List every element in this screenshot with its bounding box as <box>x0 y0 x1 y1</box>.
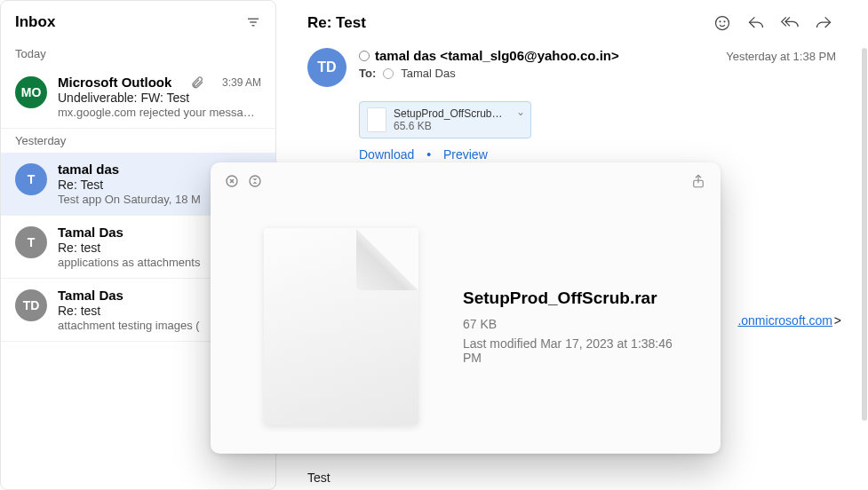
preview-link[interactable]: Preview <box>443 147 488 162</box>
quicklook-filename: SetupProd_OffScrub.rar <box>463 288 685 308</box>
avatar: T <box>15 226 47 258</box>
message-time: 3:39 AM <box>222 76 261 89</box>
reply-icon[interactable] <box>747 14 765 32</box>
message-row[interactable]: MO Microsoft Outlook 3:39 AM Undeliverab… <box>1 66 275 129</box>
from-line: tamal das <tamal_slg06@yahoo.co.in> <box>359 48 713 63</box>
file-preview-icon <box>264 228 418 425</box>
folder-title: Inbox <box>15 13 55 31</box>
presence-icon <box>359 51 370 61</box>
fullscreen-icon[interactable] <box>248 174 262 188</box>
sender-name: Tamal Das <box>58 288 123 303</box>
message-preview: mx.google.com rejected your messa… <box>58 106 261 119</box>
attachment-chip[interactable]: SetupProd_OffScrub… 65.6 KB ⌄ <box>359 101 531 138</box>
filter-icon[interactable] <box>245 14 261 30</box>
message-timestamp: Yesterday at 1:38 PM <box>726 48 836 63</box>
from-text: tamal das <tamal_slg06@yahoo.co.in> <box>375 48 619 63</box>
message-subject: Undeliverable: FW: Test <box>58 91 261 105</box>
group-label-today: Today <box>1 42 275 66</box>
sender-name: Tamal Das <box>58 225 123 240</box>
body-link[interactable]: .onmicrosoft.com <box>737 313 832 328</box>
avatar: MO <box>15 76 47 108</box>
chevron-down-icon[interactable]: ⌄ <box>516 106 525 118</box>
sender-name: tamal das <box>58 162 119 177</box>
sender-avatar: TD <box>307 48 346 87</box>
attachment-icon <box>190 75 204 90</box>
svg-point-3 <box>716 17 729 30</box>
separator-dot: • <box>426 147 431 162</box>
quicklook-modified: Last modified Mar 17, 2023 at 1:38:46 PM <box>463 336 685 365</box>
scrollbar-track[interactable] <box>861 5 868 485</box>
close-icon[interactable] <box>225 174 239 188</box>
message-body: Test <box>307 470 330 485</box>
forward-icon[interactable] <box>815 14 832 32</box>
download-link[interactable]: Download <box>359 147 414 162</box>
quicklook-filesize: 67 KB <box>463 317 685 331</box>
body-link-suffix: > <box>834 313 841 328</box>
file-thumb-icon <box>367 107 386 132</box>
avatar: TD <box>15 289 47 321</box>
avatar: T <box>15 163 47 195</box>
sender-name: Microsoft Outlook <box>58 75 171 90</box>
svg-point-5 <box>724 21 725 22</box>
quicklook-panel: SetupProd_OffScrub.rar 67 KB Last modifi… <box>211 162 721 454</box>
group-label-yesterday: Yesterday <box>1 129 275 153</box>
share-icon[interactable] <box>690 173 706 189</box>
emoji-icon[interactable] <box>713 14 731 32</box>
reply-all-icon[interactable] <box>781 14 799 32</box>
svg-point-9 <box>250 176 260 186</box>
attachment-name: SetupProd_OffScrub… <box>394 107 523 120</box>
svg-point-4 <box>720 21 721 22</box>
scrollbar-thumb[interactable] <box>862 48 867 421</box>
message-title: Re: Test <box>307 14 366 32</box>
to-label: To: <box>359 67 376 80</box>
attachment-size: 65.6 KB <box>394 120 523 132</box>
presence-icon <box>383 68 394 79</box>
to-name: Tamal Das <box>401 67 455 80</box>
